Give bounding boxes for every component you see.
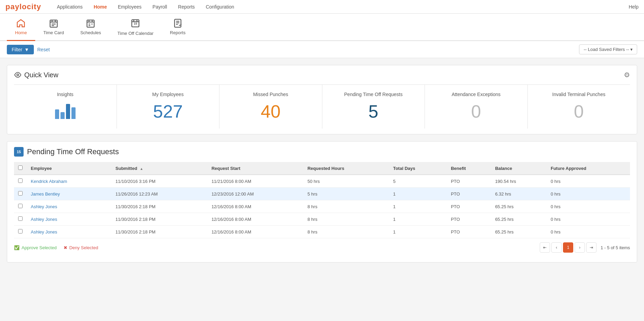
calendar-badge-icon: 15	[14, 147, 24, 157]
future-approved-cell-1: 0 hrs	[547, 188, 630, 200]
approve-check-icon: ✅	[14, 245, 19, 250]
nav-reports-label: Reports	[170, 30, 186, 35]
stat-insights[interactable]: Insights	[14, 85, 117, 129]
col-employee: Employee	[27, 162, 111, 175]
submitted-cell-2: 11/30/2016 2:18 PM	[111, 200, 207, 213]
pending-timeoff-card: 15 Pending Time Off Requests Employee Su…	[7, 141, 637, 263]
next-page-button[interactable]: ›	[575, 242, 585, 253]
nav-icon-timeoffcalendar[interactable]: 15 Time Off Calendar	[109, 14, 162, 41]
requested-hours-cell-3: 8 hrs	[303, 213, 389, 226]
row-checkbox-2[interactable]	[18, 204, 23, 208]
requested-hours-cell-1: 5 hrs	[303, 188, 389, 200]
stat-attendance-exceptions-value: 0	[471, 101, 481, 122]
nav-home[interactable]: Home	[88, 0, 112, 14]
nav-employees[interactable]: Employees	[112, 0, 147, 14]
last-page-button[interactable]: ⇥	[586, 242, 596, 253]
future-approved-cell-4: 0 hrs	[547, 226, 630, 238]
settings-icon[interactable]: ⚙	[624, 71, 630, 79]
benefit-cell-1: PTO	[447, 188, 491, 200]
filter-chevron-icon: ▼	[24, 47, 29, 52]
reports-icon	[173, 18, 183, 28]
requested-hours-cell-2: 8 hrs	[303, 200, 389, 213]
employee-link-4[interactable]: Ashley Jones	[31, 229, 57, 235]
page-info: 1 - 5 of 5 items	[601, 245, 630, 250]
table-row: Ashley Jones 11/30/2016 2:18 PM 12/16/20…	[14, 226, 630, 238]
deny-x-icon: ✖	[64, 245, 67, 250]
total-days-cell-3: 1	[389, 213, 447, 226]
row-checkbox-1[interactable]	[18, 191, 23, 196]
nav-configuration[interactable]: Configuration	[200, 0, 240, 14]
stat-missed-punches[interactable]: Missed Punches 40	[219, 85, 322, 129]
filter-button[interactable]: Filter ▼	[7, 45, 34, 54]
stat-missed-punches-label: Missed Punches	[253, 92, 288, 97]
svg-rect-6	[87, 20, 94, 27]
total-days-cell-1: 1	[389, 188, 447, 200]
current-page-button[interactable]: 1	[563, 242, 573, 253]
nav-reports[interactable]: Reports	[173, 0, 200, 14]
nav-icon-home[interactable]: Home	[7, 14, 35, 41]
balance-cell-0: 190.54 hrs	[491, 175, 547, 188]
requested-hours-cell-0: 50 hrs	[303, 175, 389, 188]
load-saved-filters-button[interactable]: -- Load Saved Filters -- ▾	[579, 44, 637, 54]
help-link[interactable]: Help	[629, 4, 639, 10]
nav-applications[interactable]: Applications	[51, 0, 88, 14]
col-submitted[interactable]: Submitted ▲	[111, 162, 207, 175]
stat-my-employees[interactable]: My Employees 527	[117, 85, 220, 129]
timecard-icon	[49, 18, 58, 28]
benefit-cell-2: PTO	[447, 200, 491, 213]
stat-insights-label: Insights	[57, 92, 73, 97]
nav-icon-schedules[interactable]: Schedules	[72, 14, 109, 41]
employee-link-3[interactable]: Ashley Jones	[31, 217, 57, 222]
nav-icon-timecard[interactable]: Time Card	[35, 14, 72, 41]
stat-invalid-terminal-label: Invalid Terminal Punches	[552, 92, 605, 97]
col-total-days: Total Days	[389, 162, 447, 175]
nav-icon-reports[interactable]: Reports	[162, 14, 194, 41]
stat-attendance-exceptions[interactable]: Attendance Exceptions 0	[425, 85, 528, 129]
request-start-cell-4: 12/16/2016 8:00 AM	[207, 226, 304, 238]
stat-invalid-terminal[interactable]: Invalid Terminal Punches 0	[528, 85, 630, 129]
employee-link-2[interactable]: Ashley Jones	[31, 204, 57, 209]
quick-view-title-text: Quick View	[24, 71, 58, 79]
quick-view-card: Quick View ⚙ Insights My Employees 527	[7, 65, 637, 134]
col-future-approved: Future Approved	[547, 162, 630, 175]
submitted-cell-3: 11/30/2016 2:18 PM	[111, 213, 207, 226]
submitted-cell-4: 11/30/2016 2:18 PM	[111, 226, 207, 238]
filter-bar: Filter ▼ Reset -- Load Saved Filters -- …	[0, 41, 644, 58]
prev-page-button[interactable]: ‹	[551, 242, 562, 253]
table-row: Ashley Jones 11/30/2016 2:18 PM 12/16/20…	[14, 213, 630, 226]
total-days-cell-0: 5	[389, 175, 447, 188]
balance-cell-4: 65.25 hrs	[491, 226, 547, 238]
balance-cell-2: 65.25 hrs	[491, 200, 547, 213]
nav-payroll[interactable]: Payroll	[147, 0, 173, 14]
filter-label: Filter	[12, 47, 22, 52]
top-bar: paylocity Applications Home Employees Pa…	[0, 0, 644, 14]
stat-pending-timeoff-value: 5	[368, 101, 378, 122]
deny-selected-button[interactable]: ✖ Deny Selected	[64, 245, 98, 250]
table-body: Kendrick Abraham 11/10/2016 3:16 PM 11/2…	[14, 175, 630, 238]
total-days-cell-4: 1	[389, 226, 447, 238]
employee-link-0[interactable]: Kendrick Abraham	[31, 179, 67, 184]
stat-my-employees-value: 527	[153, 101, 183, 122]
row-checkbox-3[interactable]	[18, 216, 23, 221]
reset-button[interactable]: Reset	[37, 47, 50, 52]
row-checkbox-4[interactable]	[18, 229, 23, 233]
request-start-cell-1: 12/23/2016 12:00 AM	[207, 188, 304, 200]
stat-pending-timeoff-label: Pending Time Off Requests	[344, 92, 403, 97]
stat-missed-punches-value: 40	[261, 101, 281, 122]
stat-invalid-terminal-value: 0	[574, 101, 584, 122]
row-checkbox-0[interactable]	[18, 178, 23, 183]
deny-label: Deny Selected	[69, 245, 98, 250]
table-header: Employee Submitted ▲ Request Start Reque…	[14, 162, 630, 175]
quick-view-stats: Insights My Employees 527 Missed Punches…	[14, 84, 630, 129]
insights-chart-icon	[55, 101, 76, 119]
request-start-cell-3: 12/16/2016 8:00 AM	[207, 213, 304, 226]
employee-link-1[interactable]: James Bentley	[31, 191, 60, 197]
top-nav: Applications Home Employees Payroll Repo…	[51, 0, 240, 14]
stat-pending-timeoff[interactable]: Pending Time Off Requests 5	[322, 85, 425, 129]
stat-my-employees-label: My Employees	[152, 92, 184, 97]
pending-timeoff-title-text: Pending Time Off Requests	[27, 147, 119, 156]
first-page-button[interactable]: ⇤	[540, 242, 550, 253]
stat-attendance-exceptions-label: Attendance Exceptions	[452, 92, 500, 97]
approve-selected-button[interactable]: ✅ Approve Selected	[14, 245, 57, 250]
select-all-checkbox[interactable]	[18, 165, 23, 170]
